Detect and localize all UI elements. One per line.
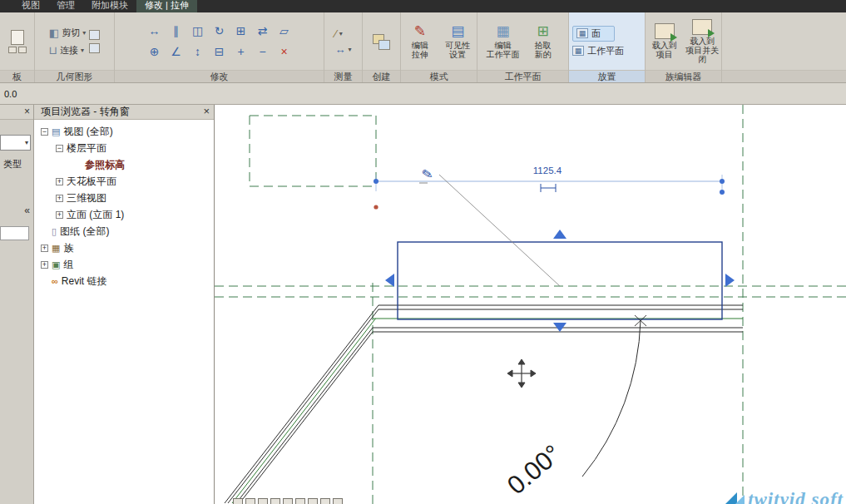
tree-item[interactable]: ▯ 图纸 (全部) bbox=[34, 223, 214, 240]
type-selector-dropdown[interactable]: ▾ bbox=[0, 135, 31, 151]
tree-expander-icon[interactable]: − bbox=[41, 128, 48, 136]
tree-item-label: 族 bbox=[63, 241, 73, 255]
modify-tool-icon[interactable]: + bbox=[231, 42, 251, 62]
visibility-settings-button[interactable]: ▤ 可见性 设置 bbox=[441, 23, 476, 59]
close-icon[interactable]: × bbox=[203, 106, 210, 117]
sun-path-button[interactable] bbox=[270, 498, 280, 504]
close-icon[interactable]: × bbox=[24, 106, 30, 117]
panel-modify: ↔ ∥ ◫ ↻ ⊞ ⇄ ▱ ⊕ ∠ ↕ bbox=[115, 12, 324, 82]
temporary-hide-button[interactable] bbox=[320, 498, 330, 504]
angle-value[interactable]: 0.00° bbox=[502, 439, 566, 501]
edit-type-button[interactable]: 类型 bbox=[3, 158, 22, 170]
chevron-down-icon[interactable]: ▾ bbox=[81, 47, 84, 54]
modify-tool-icon[interactable]: ◫ bbox=[188, 22, 208, 41]
tree-item[interactable]: + ▣ 组 bbox=[34, 256, 214, 273]
modify-tool-icon[interactable]: ↔ bbox=[145, 22, 165, 41]
tree-item[interactable]: + ▦ 族 bbox=[34, 240, 214, 256]
place-on-work-plane-button[interactable]: ▦ 工作平面 bbox=[572, 45, 624, 57]
tree-expander-icon[interactable]: + bbox=[56, 211, 63, 219]
crop-region-button[interactable] bbox=[308, 498, 318, 504]
tree-expander-icon[interactable]: + bbox=[41, 261, 48, 269]
shape-handle-arrows[interactable] bbox=[385, 230, 735, 332]
tree-item[interactable]: − ▤ 视图 (全部) bbox=[34, 123, 214, 140]
match-type-icon[interactable] bbox=[8, 47, 17, 53]
load-into-project-and-close-button[interactable]: 载入到 项目并关闭 bbox=[685, 19, 720, 64]
tab-manage[interactable]: 管理 bbox=[48, 0, 83, 12]
drag-grip[interactable] bbox=[720, 190, 725, 195]
split-face-button[interactable] bbox=[89, 30, 100, 40]
tree-expander-icon[interactable]: − bbox=[56, 145, 63, 152]
sketch-diagonal-line[interactable] bbox=[439, 175, 560, 286]
wall-geometry[interactable] bbox=[225, 305, 743, 503]
aligned-dimension-button[interactable]: ↔ ▾ bbox=[334, 44, 351, 55]
tree-item[interactable]: + 三维视图 bbox=[34, 190, 214, 206]
cut-geometry-button[interactable]: ◧ 剪切 ▾ bbox=[49, 27, 86, 39]
visual-style-button[interactable] bbox=[258, 498, 268, 504]
modify-tool-icon[interactable]: − bbox=[253, 42, 273, 62]
modify-tool-icon[interactable]: ↻ bbox=[210, 22, 230, 41]
paint-button[interactable] bbox=[89, 43, 100, 53]
modify-tool-icon[interactable]: ⇄ bbox=[253, 22, 273, 41]
modify-tool-icon[interactable]: ∠ bbox=[166, 42, 186, 62]
edit-extrusion-label: 拉伸 bbox=[412, 50, 428, 59]
reference-planes[interactable] bbox=[215, 105, 846, 504]
chevron-down-icon[interactable]: ▾ bbox=[339, 30, 343, 37]
modify-tool-icon[interactable]: × bbox=[275, 42, 294, 62]
tree-item[interactable]: + 立面 (立面 1) bbox=[34, 206, 214, 223]
panel-label-geometry: 几何图形 bbox=[35, 70, 114, 82]
modify-tool-icon[interactable]: ▱ bbox=[275, 22, 294, 41]
work-plane-icon: ▦ bbox=[572, 46, 584, 56]
rotation-grip[interactable] bbox=[374, 205, 378, 209]
tree-expander-icon[interactable]: + bbox=[56, 195, 63, 202]
load-into-project-button[interactable]: 载入到 项目 bbox=[647, 23, 682, 59]
reveal-hidden-button[interactable] bbox=[333, 498, 343, 504]
edit-work-plane-label: 编辑 bbox=[495, 41, 512, 50]
project-browser-panel: 项目浏览器 - 转角窗 × − ▤ 视图 (全部) − 楼层平面 参照 bbox=[34, 105, 215, 504]
tree-expander-icon[interactable]: + bbox=[41, 245, 48, 252]
offset-value[interactable]: 0.0 bbox=[4, 89, 17, 99]
paste-button[interactable] bbox=[8, 30, 27, 53]
tree-item[interactable]: ∞ Revit 链接 bbox=[34, 273, 214, 289]
project-browser-title-bar[interactable]: 项目浏览器 - 转角窗 × bbox=[34, 105, 214, 120]
chevron-down-icon[interactable]: ▾ bbox=[82, 29, 86, 37]
tree-item-icon: ▦ bbox=[52, 243, 60, 253]
edit-extrusion-button[interactable]: ✎ 编辑 拉伸 bbox=[403, 23, 438, 59]
scale-button[interactable] bbox=[233, 498, 243, 504]
collapse-chevron-icon[interactable]: « bbox=[24, 205, 30, 216]
tree-item-label: 组 bbox=[63, 258, 73, 272]
drag-grip[interactable] bbox=[720, 179, 725, 184]
tab-view[interactable]: 视图 bbox=[13, 0, 48, 12]
tree-item-label: 图纸 (全部) bbox=[60, 225, 109, 239]
modify-tool-icon[interactable]: ↕ bbox=[188, 42, 208, 62]
copy-icon[interactable] bbox=[18, 47, 27, 53]
dimension-value[interactable]: 1125.4 bbox=[533, 166, 562, 175]
tree-item[interactable]: 参照标高 bbox=[34, 156, 214, 173]
drawing-canvas[interactable]: 1125.4 ✎ 0.00° bbox=[215, 105, 846, 504]
angular-dimension[interactable] bbox=[582, 315, 646, 477]
drag-grip[interactable] bbox=[374, 179, 378, 184]
property-value-field[interactable] bbox=[0, 226, 29, 240]
edit-work-plane-button[interactable]: ▦ 编辑 工作平面 bbox=[485, 23, 522, 59]
detail-level-button[interactable] bbox=[245, 498, 255, 504]
properties-title-bar[interactable]: × bbox=[0, 105, 33, 120]
edit-pencil-icon: ✎ bbox=[414, 23, 426, 41]
shadows-button[interactable] bbox=[283, 498, 293, 504]
tree-item-icon: ▣ bbox=[52, 259, 60, 269]
tab-modify-contextual[interactable]: 修改 | 拉伸 bbox=[136, 0, 197, 12]
measure-button[interactable]: ∕ ▾ bbox=[334, 28, 351, 39]
tree-item[interactable]: − 楼层平面 bbox=[34, 140, 214, 156]
crop-view-button[interactable] bbox=[295, 498, 305, 504]
place-on-face-button[interactable]: ▦ 面 bbox=[572, 26, 615, 42]
tree-item[interactable]: + 天花板平面 bbox=[34, 173, 214, 190]
chevron-down-icon[interactable]: ▾ bbox=[348, 46, 351, 53]
create-group-button[interactable] bbox=[371, 31, 393, 52]
modify-tool-icon[interactable]: ∥ bbox=[166, 22, 186, 41]
tree-expander-icon[interactable]: + bbox=[56, 178, 63, 185]
pick-new-work-plane-button[interactable]: ⊞ 拾取 新的 bbox=[525, 23, 562, 59]
tab-addins[interactable]: 附加模块 bbox=[83, 0, 136, 12]
extrusion-sketch-rect[interactable] bbox=[398, 242, 722, 319]
modify-tool-icon[interactable]: ⊟ bbox=[210, 42, 230, 62]
join-geometry-button[interactable]: ⊔ 连接 ▾ bbox=[49, 44, 86, 57]
modify-tool-icon[interactable]: ⊕ bbox=[145, 42, 165, 62]
modify-tool-icon[interactable]: ⊞ bbox=[231, 22, 251, 41]
